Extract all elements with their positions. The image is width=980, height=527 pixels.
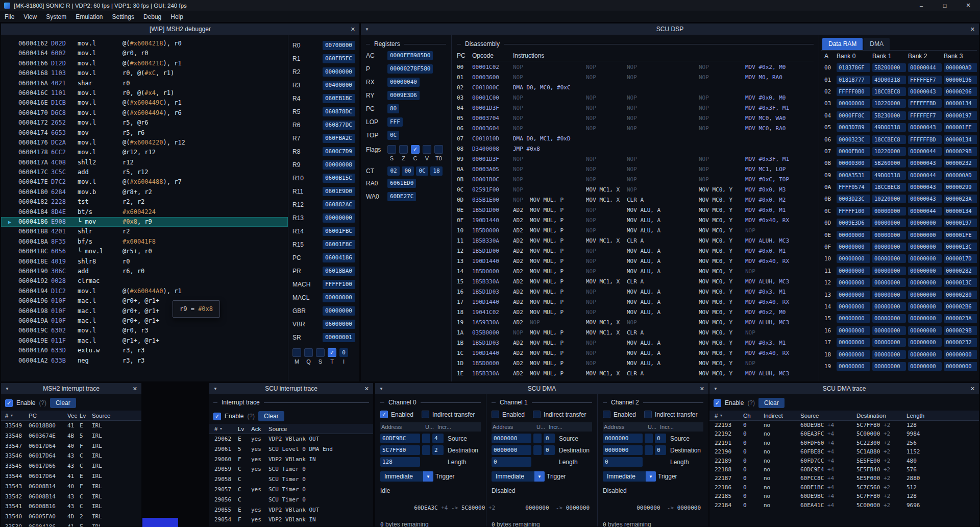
msh2-disasm-row[interactable]: ▶ 06004196 010F mac.l @r0+, @r1+	[1, 296, 288, 306]
trigger-dropdown[interactable]: Immediate ▼	[492, 471, 545, 482]
dsp-disasm-row[interactable]: 13 190D1440 AD2 MOV MUL, P NOP MOV ALU	[457, 256, 814, 267]
dataram-value[interactable]: 00000043	[908, 87, 942, 96]
msh2-disasm-row[interactable]: ▶ 06004186 E908 └ mov #0x8, r9	[1, 217, 288, 227]
dataram-value[interactable]: 00000000	[908, 231, 942, 239]
dataram-value[interactable]: FFFFFFBD	[908, 135, 942, 144]
dataram-value[interactable]: FFFFFEF7	[908, 76, 942, 84]
dataram-value[interactable]: 00000000	[872, 219, 906, 227]
column-label[interactable]: #	[214, 426, 217, 432]
dataram-value[interactable]: 0009E3D6	[837, 219, 870, 227]
dataram-value[interactable]: 00000206	[944, 87, 977, 96]
dataram-value[interactable]: 00000000	[872, 278, 906, 287]
menu-item[interactable]: View	[19, 11, 41, 22]
dsp-flag-checkbox[interactable]	[411, 145, 420, 154]
dataram-value[interactable]: 5B260000	[872, 159, 906, 167]
clear-button[interactable]: Clear	[258, 411, 284, 421]
dsp-disasm-row[interactable]: 08 D3400008 JMP #0x8	[457, 144, 814, 154]
dataram-value[interactable]: 0000FB00	[837, 147, 870, 156]
destination-address-field[interactable]: 5C7FF80	[380, 445, 420, 455]
length-column-header[interactable]: Length	[906, 413, 979, 419]
dataram-value[interactable]: 00000043	[908, 123, 942, 132]
dataram-value[interactable]: 000000AD	[944, 63, 977, 72]
dsp-flag-checkbox[interactable]	[423, 145, 431, 154]
dataram-value[interactable]: 00000197	[944, 111, 977, 120]
indirect-transfer-checkbox[interactable]	[644, 411, 652, 418]
msh2-disasm-row[interactable]: ▶ 06004192 0028 clrmac	[1, 276, 288, 286]
dsp-disasm-row[interactable]: 12 1B5D1D00 AD2 MOV MUL, P NOP MOV ALU	[457, 246, 814, 256]
register-value[interactable]: 0600C7D9	[323, 147, 355, 156]
register-value[interactable]: 06004186	[323, 253, 355, 262]
column-label[interactable]: #	[5, 413, 8, 419]
source-column-header[interactable]: Source	[268, 426, 373, 432]
ct-value[interactable]: 18	[430, 166, 443, 176]
msh2-disasm-row[interactable]: ▶ 06004166 D12D mov.l @(#x600421C), r1	[1, 59, 288, 68]
dataram-value[interactable]: 00000000	[908, 267, 942, 275]
enabled-checkbox[interactable]	[492, 411, 499, 418]
msh2-disasm-row[interactable]: ▶ 06004170 D6C8 mov.l @(#x6004494), r6	[1, 108, 288, 118]
length-field[interactable]: 0	[492, 457, 531, 467]
collapse-icon[interactable]: ▼	[365, 27, 369, 32]
dsp-disasm-row[interactable]: 18 19041C02 AD2 MOV MUL, P NOP MOV ALU	[457, 307, 814, 318]
register-value[interactable]: 0601E9D0	[323, 187, 355, 196]
indirect-column-header[interactable]: Indirect	[764, 413, 800, 419]
msh2-disasm-row[interactable]: ▶ 0600416A 4021 shar r0	[1, 79, 288, 88]
register-value[interactable]: 00000000	[323, 67, 355, 77]
close-icon[interactable]: ✕	[364, 386, 369, 392]
dsp-disasm-row[interactable]: 11 1B5B330A AD2 MOV MUL, P MOV MC1, X	[457, 236, 814, 246]
dsp-flag-checkbox[interactable]	[387, 145, 396, 154]
dataram-value[interactable]: 00000000	[908, 278, 942, 287]
dsp-disasm-row[interactable]: 1C 190D1440 AD2 MOV MUL, P NOP MOV ALU	[457, 348, 814, 358]
msh2-disasm-row[interactable]: ▶ 06004184 8D4E bt/s #x6004224	[1, 207, 288, 217]
destination-increment-field[interactable]: 0	[544, 445, 555, 455]
dataram-value[interactable]: 000A3531	[837, 171, 870, 180]
register-value[interactable]: 06018BA0	[323, 267, 355, 276]
enabled-checkbox[interactable]	[603, 411, 610, 418]
dataram-value[interactable]: 18CCBEC8	[872, 87, 906, 96]
dsp-disasm-row[interactable]: 0B 00001B0C NOP NOP NOP	[457, 175, 814, 185]
dataram-value[interactable]: FFFFFFBD	[908, 99, 942, 108]
source-increment-field[interactable]: 4	[432, 434, 444, 443]
dataram-value[interactable]: 00000282	[944, 267, 977, 275]
dataram-value[interactable]: 00000197	[944, 219, 977, 227]
dataram-value[interactable]: 00000000	[837, 278, 870, 287]
dataram-value[interactable]: 00000000	[837, 99, 870, 108]
dataram-value[interactable]: 00000044	[908, 147, 942, 156]
dsp-flag-checkbox[interactable]	[399, 145, 408, 154]
close-icon[interactable]: ✕	[970, 26, 975, 33]
register-value[interactable]: 00700000	[323, 41, 355, 50]
dsp-disasm-row[interactable]: 0F 190D1440 AD2 MOV MUL, P NOP MOV ALU	[457, 215, 814, 226]
close-icon[interactable]: ✕	[970, 386, 975, 392]
dsp-disasm-row[interactable]: 1B 1B5D1D03 AD2 MOV MUL, P NOP MOV ALU	[457, 338, 814, 348]
msh2-disasm-row[interactable]: ▶ 0600418C 6056 └ mov.l @r5+, r0	[1, 247, 288, 256]
msh2-disasm-row[interactable]: ▶ 06004172 2652 mov.l r5, @r6	[1, 118, 288, 128]
ct-value[interactable]: 02	[387, 166, 400, 176]
register-value[interactable]: 00400000	[323, 81, 355, 90]
msh2-disasm-row[interactable]: ▶ 060041A2 633B neg r3, r3	[1, 356, 288, 366]
msh2-disasm-row[interactable]: ▶ 06004178 6CC2 mov.l @r12, r12	[1, 148, 288, 157]
dataram-value[interactable]: 00000300	[837, 159, 870, 167]
dataram-value[interactable]: 5B230000	[872, 111, 906, 120]
dataram-value[interactable]: 00000000	[872, 362, 906, 371]
close-icon[interactable]: ✕	[957, 0, 980, 11]
register-value[interactable]: 6061ED0	[387, 179, 416, 188]
dataram-value[interactable]: 00000000	[837, 314, 870, 323]
dataram-value[interactable]: 00000000	[837, 326, 870, 335]
dataram-value[interactable]: 00000134	[944, 135, 977, 144]
msh2-disasm-row[interactable]: ▶ 0600418A 8F35 bf/s #x60041F8	[1, 237, 288, 247]
destination-column-header[interactable]: Destination	[856, 413, 906, 419]
msh2-disasm-row[interactable]: ▶ 06004174 6653 mov r5, r6	[1, 128, 288, 138]
dataram-tab[interactable]: Data RAM	[822, 38, 863, 50]
register-value[interactable]: 00000278F580	[387, 64, 433, 74]
source-column-header[interactable]: Source	[92, 413, 141, 419]
msh2-disasm-row[interactable]: ▶ 06004190 306C add r6, r0	[1, 267, 288, 276]
dsp-disasm-row[interactable]: 14 1B5D0000 AD2 MOV MUL, P NOP MOV ALU	[457, 267, 814, 277]
dataram-value[interactable]: 00000000	[908, 254, 942, 263]
register-value[interactable]: 0C	[387, 131, 399, 140]
dataram-value[interactable]: 00000299	[944, 183, 977, 191]
close-icon[interactable]: ✕	[700, 386, 704, 392]
maximize-icon[interactable]: □	[933, 0, 957, 11]
enable-checkbox[interactable]	[213, 413, 221, 420]
minimize-icon[interactable]: –	[910, 0, 933, 11]
dataram-value[interactable]: 00000000	[872, 267, 906, 275]
msh2-disasm-row[interactable]: ▶ 06004180 6284 mov.b @r8+, r2	[1, 187, 288, 197]
